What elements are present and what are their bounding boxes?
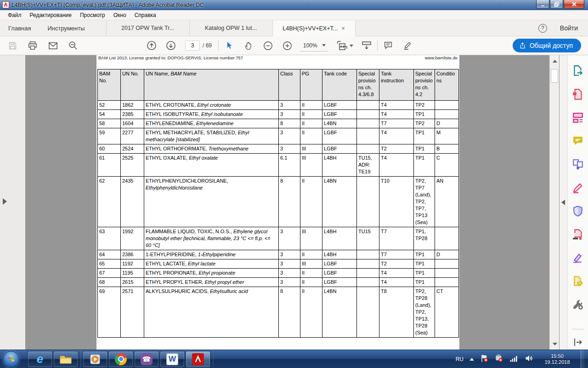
cell-name: ETHYL METHACRYLATE, STABILIZED, Ethyl me… — [144, 128, 279, 144]
zoom-level-select[interactable]: 100% — [300, 40, 328, 52]
vertical-scrollbar[interactable] — [549, 55, 559, 350]
collapse-tools-pane-icon[interactable] — [561, 200, 565, 205]
volume-icon[interactable] — [525, 354, 534, 364]
start-button[interactable] — [0, 351, 22, 368]
doc-tab-active[interactable]: L4BH(S)+VV+EX+T... × — [272, 20, 356, 36]
menu-window[interactable]: Окно — [109, 11, 130, 20]
screen: { "window": { "title": "L4BH(S)+VV+EX+TI… — [0, 0, 588, 368]
cell-tank: LGBF — [322, 269, 357, 278]
network-icon[interactable] — [509, 354, 519, 364]
minimize-button[interactable] — [536, 0, 549, 9]
select-tool-icon[interactable] — [221, 38, 237, 53]
cell-sp42: TP1, TP28 — [414, 227, 435, 250]
scrollbar-thumb[interactable] — [551, 69, 558, 83]
cell-sp42: TP1 — [414, 144, 435, 154]
page-down-icon[interactable] — [163, 38, 179, 53]
zoom-out-icon[interactable] — [260, 38, 276, 53]
menu-help[interactable]: Справка — [130, 11, 160, 20]
col-un-no: UN No. — [121, 69, 144, 101]
table-row: 622435ETHYLPHENYLDICHLOROSILANE, Ethylph… — [98, 177, 459, 227]
cell-sp438 — [357, 269, 379, 278]
zoom-in-icon[interactable] — [279, 38, 295, 53]
expand-nav-pane-icon[interactable] — [3, 198, 7, 205]
cell-tank: LGBF — [322, 259, 357, 269]
show-desktop-button[interactable] — [581, 350, 584, 368]
sign-in-button[interactable]: Войти — [560, 24, 578, 32]
taskbar-chrome[interactable] — [108, 351, 133, 368]
expand-tools-pane-icon[interactable] — [570, 335, 586, 350]
fit-width-icon[interactable] — [335, 38, 355, 53]
print-icon[interactable] — [25, 38, 40, 53]
cell-bam: 64 — [98, 250, 121, 259]
more-tools-icon[interactable] — [570, 297, 586, 312]
comment-icon[interactable] — [380, 38, 396, 53]
redact-icon[interactable] — [570, 227, 586, 242]
edit-pdf-icon[interactable] — [570, 110, 586, 125]
cell-pg: III — [300, 259, 322, 269]
help-icon[interactable]: ? — [538, 24, 547, 33]
cell-bam: 62 — [98, 177, 121, 227]
doc-tab-2[interactable]: Katalog OPW 1 lut... — [189, 20, 272, 36]
windows-update-icon[interactable] — [495, 354, 503, 364]
tab-home[interactable]: Главная — [0, 20, 39, 36]
table-row: 602524ETHYL ORTHOFORMATE, Triethoxymetha… — [98, 144, 459, 154]
close-button[interactable] — [564, 0, 584, 9]
fill-and-sign-icon[interactable] — [570, 180, 586, 195]
cell-sp438 — [357, 177, 379, 227]
restore-button[interactable] — [550, 0, 563, 9]
hand-tool-icon[interactable] — [241, 38, 256, 53]
page-up-icon[interactable] — [144, 38, 159, 53]
page-number-input[interactable] — [185, 40, 200, 51]
share-button[interactable]: Общий доступ — [513, 39, 581, 52]
zoom-level-value: 100% — [303, 42, 317, 49]
highlighter-icon[interactable] — [400, 38, 415, 53]
taskbar-clock[interactable]: 15:50 19.12.2018 — [540, 353, 575, 365]
save-icon[interactable] — [5, 38, 20, 53]
taskbar-word[interactable]: W — [160, 351, 185, 368]
col-special-provisions-42: Special provisions ch. 4.2 — [414, 69, 435, 101]
language-indicator[interactable]: RU — [456, 356, 464, 362]
export-pdf-icon[interactable] — [570, 63, 586, 78]
certificates-icon[interactable] — [570, 251, 586, 265]
table-row: 631992FLAMMABLE LIQUID, TOXIC, N.O.S., E… — [98, 227, 459, 250]
send-for-review-icon[interactable] — [570, 274, 586, 288]
email-icon[interactable] — [45, 38, 61, 53]
page-display-icon[interactable] — [359, 38, 374, 53]
cell-tank: L4BH — [322, 227, 357, 250]
create-pdf-icon[interactable] — [570, 87, 586, 102]
action-center-icon[interactable] — [480, 354, 489, 364]
tools-pane-toggle-strip — [560, 55, 567, 350]
taskbar-explorer[interactable] — [53, 351, 78, 368]
tab-bar: Главная Инструменты 2017 OPW Tank Tr... … — [0, 20, 588, 36]
taskbar-media-player[interactable] — [83, 351, 107, 368]
cell-bam: 61 — [98, 154, 121, 177]
close-tab-icon[interactable]: × — [341, 25, 345, 32]
cell-tank: L4BN — [322, 287, 357, 338]
hidden-icons-icon[interactable] — [469, 358, 474, 361]
menu-view[interactable]: Просмотр — [76, 11, 109, 20]
menu-bar: Файл Редактирование Просмотр Окно Справк… — [0, 10, 588, 20]
cell-pg: II — [300, 110, 322, 119]
cell-un: 1195 — [121, 269, 144, 278]
doc-tab-label: L4BH(S)+VV+EX+T... — [283, 25, 338, 32]
combine-files-icon[interactable] — [570, 157, 586, 172]
search-icon[interactable] — [65, 38, 81, 53]
comment-tool-icon[interactable] — [570, 133, 586, 148]
taskbar-viber[interactable]: ☎ — [134, 351, 159, 368]
scroll-up-icon[interactable] — [550, 57, 560, 65]
menu-file[interactable]: Файл — [4, 11, 26, 20]
cell-name: ETHYL PROPYL ETHER, Ethyl propyl ether — [144, 278, 279, 287]
col-bam-name-label: BAM Name — [170, 71, 196, 76]
taskbar-acrobat[interactable] — [186, 351, 210, 368]
taskbar-internet-explorer[interactable]: e — [28, 351, 52, 368]
toolbar-nav-group: / 69 100% — [144, 36, 415, 55]
menu-edit[interactable]: Редактирование — [26, 11, 76, 20]
window-titlebar: L4BH(S)+VV+EX+TI (Comp. eval.).pdf (ЗАЩИ… — [0, 0, 588, 10]
pdf-page: BAM List 2013; License granted to: DOPOG… — [96, 55, 459, 350]
divider — [572, 329, 584, 329]
scroll-down-icon[interactable] — [550, 340, 560, 348]
doc-tab-1[interactable]: 2017 OPW Tank Tr... — [106, 20, 189, 36]
separator — [80, 351, 81, 367]
protect-icon[interactable] — [570, 204, 586, 218]
tab-tools[interactable]: Инструменты — [39, 20, 93, 36]
